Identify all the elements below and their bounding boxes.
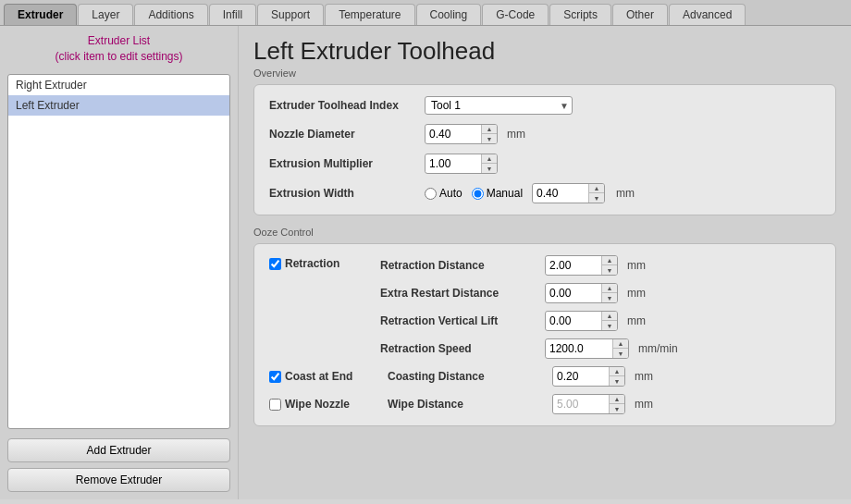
extrusion-width-manual-text: Manual xyxy=(487,187,523,200)
nozzle-diameter-down[interactable]: ▼ xyxy=(482,134,497,143)
wipe-distance-input[interactable] xyxy=(553,396,609,412)
coast-at-end-text: Coast at End xyxy=(285,370,352,383)
coasting-distance-label: Coasting Distance xyxy=(388,370,545,383)
coasting-distance-input[interactable] xyxy=(553,368,609,385)
extra-restart-unit: mm xyxy=(627,287,646,300)
retraction-distance-up[interactable]: ▲ xyxy=(602,256,617,265)
tab-other[interactable]: Other xyxy=(612,4,668,25)
retraction-speed-input-wrap: ▲ ▼ xyxy=(545,338,629,359)
tab-gcode[interactable]: G-Code xyxy=(482,4,549,25)
tab-scripts[interactable]: Scripts xyxy=(549,4,611,25)
add-extruder-button[interactable]: Add Extruder xyxy=(7,438,230,462)
retraction-speed-input[interactable] xyxy=(546,340,612,357)
sidebar-buttons: Add Extruder Remove Extruder xyxy=(7,438,230,492)
sidebar-title: Extruder List (click item to edit settin… xyxy=(7,33,230,65)
toolhead-index-select[interactable]: Tool 1 Tool 0 Tool 2 xyxy=(425,96,573,115)
remove-extruder-button[interactable]: Remove Extruder xyxy=(7,468,230,492)
extrusion-width-manual-label[interactable]: Manual xyxy=(472,187,523,200)
wipe-nozzle-row: Wipe Nozzle Wipe Distance ▲ ▼ mm xyxy=(269,394,820,414)
coast-at-end-label[interactable]: Coast at End xyxy=(269,370,380,383)
tab-cooling[interactable]: Cooling xyxy=(416,4,482,25)
retraction-distance-input-wrap: ▲ ▼ xyxy=(545,255,618,276)
retraction-vertical-down[interactable]: ▼ xyxy=(602,321,617,330)
wipe-distance-input-wrap: ▲ ▼ xyxy=(552,394,625,414)
retraction-check-label[interactable]: Retraction xyxy=(269,255,380,270)
wipe-distance-unit: mm xyxy=(635,398,653,411)
ooze-label: Ooze Control xyxy=(253,227,836,238)
tab-additions[interactable]: Additions xyxy=(134,4,207,25)
coast-at-end-checkbox[interactable] xyxy=(269,371,281,383)
retraction-checkbox[interactable] xyxy=(269,258,281,270)
overview-label: Overview xyxy=(253,68,836,79)
nozzle-diameter-input[interactable] xyxy=(426,126,481,142)
nozzle-diameter-unit: mm xyxy=(507,128,525,141)
retraction-distance-down[interactable]: ▼ xyxy=(602,265,617,275)
retraction-distance-row: Retraction Distance ▲ ▼ mm xyxy=(380,255,678,276)
retraction-distance-unit: mm xyxy=(627,259,646,272)
coasting-distance-input-wrap: ▲ ▼ xyxy=(552,366,625,387)
extrusion-multiplier-input-wrap: ▲ ▼ xyxy=(425,154,498,174)
extrusion-width-down[interactable]: ▼ xyxy=(589,193,604,203)
retraction-vertical-input[interactable] xyxy=(546,313,601,329)
extrusion-width-auto-label[interactable]: Auto xyxy=(425,187,462,200)
tab-advanced[interactable]: Advanced xyxy=(669,4,746,25)
wipe-distance-down[interactable]: ▼ xyxy=(610,404,624,413)
nozzle-diameter-row: Nozzle Diameter ▲ ▼ mm xyxy=(269,124,820,144)
extrusion-width-radio-group: Auto Manual ▲ ▼ mm xyxy=(425,183,635,203)
sidebar: Extruder List (click item to edit settin… xyxy=(0,26,239,499)
tab-temperature[interactable]: Temperature xyxy=(325,4,414,25)
tab-support[interactable]: Support xyxy=(257,4,324,25)
retraction-distance-input[interactable] xyxy=(546,257,601,274)
retraction-distance-spin: ▲ ▼ xyxy=(601,256,617,275)
extrusion-width-input[interactable] xyxy=(533,185,588,202)
retraction-fields: Retraction Distance ▲ ▼ mm Extra Restart… xyxy=(380,255,678,359)
retraction-vertical-spin: ▲ ▼ xyxy=(601,312,617,330)
extra-restart-down[interactable]: ▼ xyxy=(602,293,617,302)
wipe-distance-up[interactable]: ▲ xyxy=(610,395,624,404)
extruder-item-right[interactable]: Right Extruder xyxy=(8,75,229,95)
extrusion-width-label: Extrusion Width xyxy=(269,187,417,200)
extrusion-width-manual-radio[interactable] xyxy=(472,188,484,200)
retraction-vertical-row: Retraction Vertical Lift ▲ ▼ mm xyxy=(380,311,678,331)
retraction-speed-up[interactable]: ▲ xyxy=(613,339,628,349)
retraction-vertical-up[interactable]: ▲ xyxy=(602,312,617,321)
toolhead-index-label: Extruder Toolhead Index xyxy=(269,99,417,112)
retraction-speed-unit: mm/min xyxy=(638,342,678,355)
nozzle-diameter-up[interactable]: ▲ xyxy=(482,125,497,134)
retraction-vertical-input-wrap: ▲ ▼ xyxy=(545,311,618,331)
retraction-vertical-unit: mm xyxy=(627,314,646,327)
coasting-distance-spin: ▲ ▼ xyxy=(609,367,624,386)
extra-restart-input[interactable] xyxy=(546,285,601,301)
extrusion-width-auto-radio[interactable] xyxy=(425,188,437,200)
retraction-check-text: Retraction xyxy=(285,257,339,270)
extrusion-multiplier-input[interactable] xyxy=(426,155,481,172)
retraction-speed-spin: ▲ ▼ xyxy=(612,339,628,358)
right-panel: Left Extruder Toolhead Overview Extruder… xyxy=(239,26,851,499)
tab-layer[interactable]: Layer xyxy=(78,4,133,25)
nozzle-diameter-spin: ▲ ▼ xyxy=(481,125,497,143)
extrusion-width-spin: ▲ ▼ xyxy=(588,184,604,203)
tab-extruder[interactable]: Extruder xyxy=(4,4,77,25)
wipe-nozzle-checkbox[interactable] xyxy=(269,399,281,411)
retraction-speed-label: Retraction Speed xyxy=(380,342,537,355)
retraction-speed-down[interactable]: ▼ xyxy=(613,349,628,358)
nozzle-diameter-input-wrap: ▲ ▼ xyxy=(425,124,498,144)
extrusion-width-up[interactable]: ▲ xyxy=(589,184,604,193)
extrusion-multiplier-down[interactable]: ▼ xyxy=(482,164,497,173)
ooze-section: Retraction Retraction Distance ▲ ▼ mm xyxy=(253,243,836,426)
retraction-block: Retraction Retraction Distance ▲ ▼ mm xyxy=(269,255,820,359)
coasting-distance-up[interactable]: ▲ xyxy=(610,367,624,376)
coasting-distance-down[interactable]: ▼ xyxy=(610,376,624,386)
extra-restart-up[interactable]: ▲ xyxy=(602,284,617,293)
coasting-distance-unit: mm xyxy=(635,370,653,383)
extrusion-multiplier-up[interactable]: ▲ xyxy=(482,154,497,164)
extruder-item-left[interactable]: Left Extruder xyxy=(8,95,229,116)
extra-restart-input-wrap: ▲ ▼ xyxy=(545,283,618,303)
page-title: Left Extruder Toolhead xyxy=(253,37,836,66)
extra-restart-row: Extra Restart Distance ▲ ▼ mm xyxy=(380,283,678,303)
tab-bar: Extruder Layer Additions Infill Support … xyxy=(0,0,851,26)
wipe-nozzle-label[interactable]: Wipe Nozzle xyxy=(269,398,380,411)
tab-infill[interactable]: Infill xyxy=(209,4,256,25)
extrusion-multiplier-spin: ▲ ▼ xyxy=(481,154,497,173)
extra-restart-spin: ▲ ▼ xyxy=(601,284,617,302)
